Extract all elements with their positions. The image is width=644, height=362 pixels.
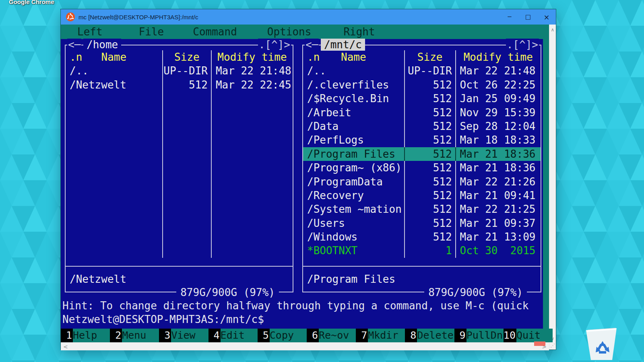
left-panel-path[interactable]: /home <box>83 39 121 51</box>
file-row[interactable]: /Program~ (x86)512Mar 21 18:36 <box>303 161 541 175</box>
fkey-number: 4 <box>208 329 221 342</box>
fkey-delete[interactable]: 8Delete <box>405 329 454 342</box>
window-titlebar[interactable]: mc [Netzwelt@DESKTOP-MPHT3AS]:/mnt/c ─ □… <box>61 9 556 25</box>
menu-item-options[interactable]: Options <box>267 25 312 39</box>
fkey-number: 10 <box>504 329 516 342</box>
file-name[interactable]: /Program~ (x86) <box>303 161 404 175</box>
file-modify-time: Mar 21 09:41 <box>455 189 541 202</box>
fkey-label: Menu <box>122 329 159 342</box>
file-row[interactable]: /..UP--DIRMar 22 21:48 <box>303 64 541 78</box>
panel-updir-marker-icon[interactable]: .[^]> <box>506 39 539 51</box>
empty-row <box>66 244 293 257</box>
modify-column-header[interactable]: Modify time <box>455 50 541 64</box>
resize-grip-icon[interactable]: ⋰ <box>550 341 555 350</box>
fkey-edit[interactable]: 4Edit <box>208 329 258 342</box>
file-size: 512 <box>404 147 455 161</box>
name-column-header[interactable]: .nName <box>66 50 162 64</box>
file-name[interactable]: /.cleverfiles <box>303 78 404 92</box>
file-row[interactable]: /$Recycle.Bin512Jan 25 09:49 <box>303 92 541 105</box>
menu-item-left[interactable]: Left <box>77 25 103 39</box>
fkey-copy[interactable]: 5Copy <box>258 329 307 342</box>
file-size: 512 <box>162 78 211 92</box>
name-column-header[interactable]: .nName <box>303 50 404 64</box>
fkey-reov[interactable]: 6Re~ov <box>307 329 356 342</box>
scroll-left-icon[interactable]: < <box>63 343 68 350</box>
mc-screen: <─ /home .[^]> .nNameSizeModify time/..U… <box>61 39 543 329</box>
panel-history-left-icon[interactable]: <─ <box>305 39 319 51</box>
panel-history-left-icon[interactable]: <─ <box>67 39 81 51</box>
file-modify-time: Sep 28 12:04 <box>455 119 541 133</box>
fkey-label: View <box>171 329 208 342</box>
size-column-header[interactable]: Size <box>404 50 455 64</box>
file-row[interactable]: /Program Files512Mar 21 18:36 <box>303 147 541 161</box>
file-name[interactable]: /$Recycle.Bin <box>303 92 404 105</box>
column-headers: .nNameSizeModify time <box>66 50 293 64</box>
empty-row <box>66 189 293 202</box>
file-row[interactable]: /Data512Sep 28 12:04 <box>303 119 541 133</box>
empty-row <box>66 92 293 105</box>
fkey-menu[interactable]: 2Menu <box>110 329 159 342</box>
file-name[interactable]: /.. <box>66 64 162 78</box>
file-name[interactable]: *BOOTNXT <box>303 244 404 257</box>
file-row[interactable]: /Users512Mar 21 09:37 <box>303 216 541 230</box>
file-name[interactable]: /System ~mation <box>303 202 404 216</box>
modify-column-header[interactable]: Modify time <box>211 50 293 64</box>
desktop-shortcut-google-chrome[interactable]: Google Chrome <box>9 0 54 5</box>
panel-updir-marker-icon[interactable]: .[^]> <box>258 39 291 51</box>
right-panel-path[interactable]: /mnt/c <box>321 39 365 51</box>
size-column-header[interactable]: Size <box>162 50 211 64</box>
shell-prompt[interactable]: Netzwelt@DESKTOP-MPHT3AS:/mnt/c$ <box>61 313 543 326</box>
fkey-number: 2 <box>110 329 122 342</box>
file-name[interactable]: /Netzwelt <box>66 78 162 92</box>
empty-row <box>66 133 293 147</box>
fkey-help[interactable]: 1Help <box>61 329 110 342</box>
scroll-up-icon[interactable]: ∧ <box>551 27 555 33</box>
file-row[interactable]: /.cleverfiles512Oct 26 22:25 <box>303 78 541 92</box>
file-name[interactable]: /Arbeit <box>303 106 404 119</box>
file-name[interactable]: /Program Files <box>303 147 404 161</box>
file-name[interactable]: /Users <box>303 216 404 230</box>
close-button-icon[interactable]: × <box>537 9 556 25</box>
fkey-label: Edit <box>221 329 258 342</box>
file-row[interactable]: /Arbeit512Nov 29 15:39 <box>303 106 541 119</box>
fkey-view[interactable]: 3View <box>159 329 208 342</box>
minimize-button-icon[interactable]: ─ <box>500 9 519 25</box>
file-name[interactable]: /Data <box>303 119 404 133</box>
file-row[interactable]: /System ~mation512Mar 22 21:25 <box>303 202 541 216</box>
hint-line: Hint: To change directory halfway throug… <box>61 299 543 313</box>
empty-row <box>66 106 293 119</box>
file-row[interactable]: /Netzwelt512Mar 22 22:45 <box>66 78 293 92</box>
file-name[interactable]: /.. <box>303 64 404 78</box>
empty-row <box>66 161 293 175</box>
recycle-bin-icon[interactable] <box>580 322 622 362</box>
file-size: 512 <box>404 216 455 230</box>
file-name[interactable]: /Recovery <box>303 189 404 202</box>
file-name[interactable]: /ProgramData <box>303 175 404 189</box>
horizontal-scrollbar[interactable]: < > <box>61 342 549 350</box>
fkey-pulldn[interactable]: 9PullDn <box>454 329 504 342</box>
left-panel: <─ /home .[^]> .nNameSizeModify time/..U… <box>65 45 293 292</box>
empty-row <box>66 175 293 189</box>
file-modify-time: Mar 22 21:26 <box>455 175 541 189</box>
file-row[interactable]: *BOOTNXT1Oct 30 2015 <box>303 244 541 257</box>
terminal-cursor <box>534 341 545 346</box>
file-row[interactable]: /Windows512Mar 21 13:09 <box>303 230 541 244</box>
file-row[interactable]: /Recovery512Mar 21 09:41 <box>303 189 541 202</box>
maximize-button-icon[interactable]: □ <box>519 9 537 25</box>
empty-row <box>66 119 293 133</box>
file-name[interactable]: /Windows <box>303 230 404 244</box>
right-free-space: 879G/900G (97%) <box>424 286 527 298</box>
file-name[interactable]: /PerfLogs <box>303 133 404 147</box>
file-modify-time: Mar 18 18:33 <box>455 133 541 147</box>
menu-item-file[interactable]: File <box>139 25 164 39</box>
sort-indicator: .n <box>70 50 82 64</box>
fkey-quit[interactable]: 10Quit <box>504 329 553 342</box>
file-modify-time: Jan 25 09:49 <box>455 92 541 105</box>
vertical-scrollbar[interactable]: ∧ ∨ ⋰ <box>549 25 556 350</box>
file-row[interactable]: /ProgramData512Mar 22 21:26 <box>303 175 541 189</box>
file-row[interactable]: /..UP--DIRMar 22 21:48 <box>66 64 293 78</box>
menu-item-command[interactable]: Command <box>193 25 237 39</box>
menu-item-right[interactable]: Right <box>343 25 375 39</box>
fkey-mkdir[interactable]: 7Mkdir <box>356 329 405 342</box>
file-row[interactable]: /PerfLogs512Mar 18 18:33 <box>303 133 541 147</box>
